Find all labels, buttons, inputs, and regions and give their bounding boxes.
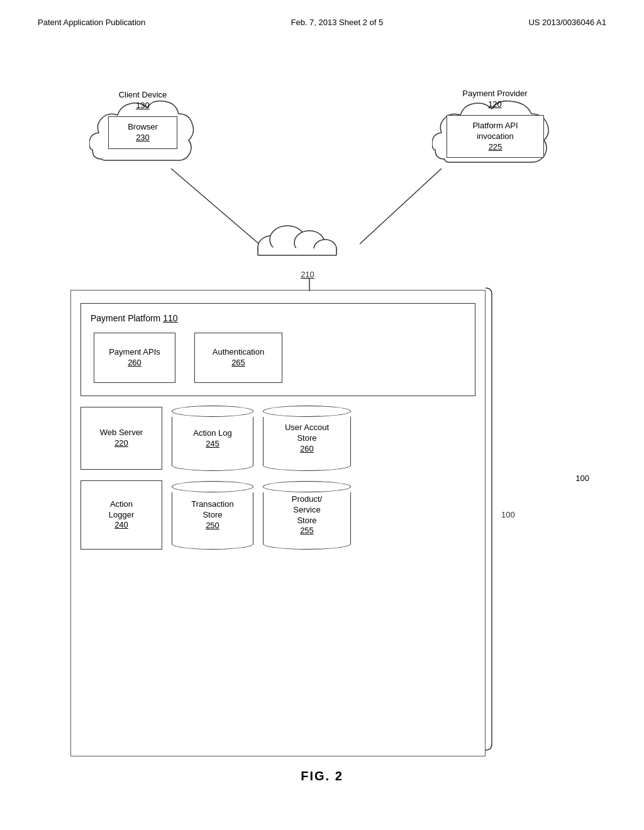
user-account-store-number: 260 — [300, 444, 314, 455]
user-account-store-label: User AccoutStore — [285, 423, 329, 444]
transaction-store-label: TransactionStore — [191, 499, 233, 521]
svg-point-6 — [314, 240, 336, 258]
authentication-number: 265 — [231, 358, 245, 368]
web-server-label: Web Server — [100, 428, 143, 438]
outer-number-label: 100 — [575, 473, 589, 483]
header-middle: Feb. 7, 2013 Sheet 2 of 5 — [291, 18, 383, 27]
diagram-area: 210 100 Client Device 130 Browser 230 — [0, 40, 644, 809]
web-server-number: 220 — [114, 438, 128, 449]
product-service-store-number: 255 — [300, 526, 314, 536]
transaction-store-cylinder: TransactionStore 250 — [172, 481, 253, 550]
svg-point-4 — [270, 226, 305, 253]
platform-api-box: Platform API invocation 225 — [447, 115, 544, 158]
payment-apis-box: Payment APIs 260 — [94, 333, 175, 383]
header-left: Patent Application Publication — [38, 18, 145, 27]
platform-api-number: 225 — [489, 142, 502, 153]
web-server-box: Web Server 220 — [80, 407, 162, 470]
action-logger-row: ActionLogger 240 TransactionStore 250 — [80, 480, 475, 550]
svg-point-5 — [294, 231, 325, 255]
header-right: US 2013/0036046 A1 — [528, 18, 606, 27]
client-device-group: Client Device 130 Browser 230 — [89, 77, 196, 174]
platform-outer-box: Payment Platform 110 Payment APIs 260 Au… — [70, 290, 486, 756]
client-device-label: Client Device — [102, 90, 184, 101]
svg-text:210: 210 — [301, 270, 314, 279]
patent-header: Patent Application Publication Feb. 7, 2… — [0, 0, 644, 27]
action-logger-label: ActionLogger — [109, 499, 134, 521]
payment-platform-box: Payment Platform 110 Payment APIs 260 Au… — [80, 303, 475, 396]
transaction-store-number: 250 — [206, 521, 219, 531]
diagram-container: 210 100 Client Device 130 Browser 230 — [52, 65, 592, 756]
payment-apis-label: Payment APIs — [109, 347, 160, 358]
action-log-cylinder: Action Log 245 — [172, 406, 253, 471]
action-log-number: 245 — [206, 439, 219, 450]
payment-provider-group: Payment Provider 120 Platform API invoca… — [432, 77, 558, 174]
platform-api-label: Platform API invocation — [453, 121, 537, 142]
payment-provider-number: 120 — [441, 99, 548, 110]
web-server-row: Web Server 220 Action Log 245 User — [80, 406, 475, 471]
payment-provider-label: Payment Provider — [441, 89, 548, 99]
payment-apis-number: 260 — [128, 358, 142, 368]
product-service-store-cylinder: Product/ServiceStore 255 — [263, 481, 351, 550]
product-service-store-label: Product/ServiceStore — [292, 494, 322, 526]
fig-label: FIG. 2 — [50, 769, 594, 783]
svg-line-1 — [360, 169, 441, 244]
payment-platform-title: Payment Platform 110 — [91, 313, 465, 323]
browser-label: Browser — [128, 122, 158, 133]
action-logger-number: 240 — [114, 520, 128, 531]
action-logger-box: ActionLogger 240 — [80, 480, 162, 550]
browser-number: 230 — [136, 133, 150, 143]
authentication-box: Authentication 265 — [194, 333, 282, 383]
browser-box: Browser 230 — [108, 116, 177, 149]
user-account-store-cylinder: User AccoutStore 260 — [263, 406, 351, 471]
svg-text:100: 100 — [501, 510, 515, 519]
action-log-label: Action Log — [193, 428, 231, 439]
client-device-number: 130 — [102, 101, 184, 111]
svg-line-0 — [171, 169, 259, 244]
authentication-label: Authentication — [213, 347, 264, 358]
svg-point-3 — [258, 236, 286, 258]
